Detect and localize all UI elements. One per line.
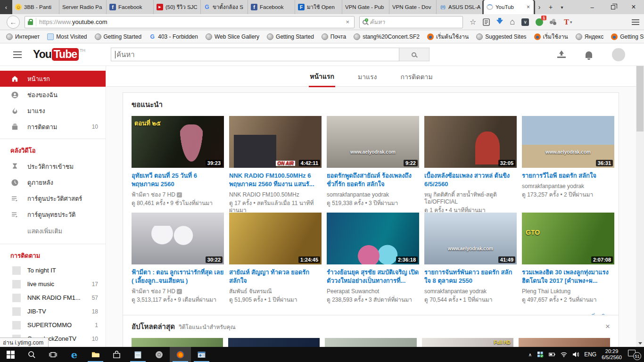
window-minimize-button[interactable]: – bbox=[582, 0, 603, 14]
video-thumbnail[interactable] bbox=[325, 338, 416, 347]
notepad-button[interactable] bbox=[127, 347, 149, 362]
video-thumbnail[interactable]: 1:24:45 bbox=[229, 213, 322, 264]
youtube-search-button[interactable] bbox=[399, 48, 429, 61]
tray-sync-icon[interactable] bbox=[537, 351, 544, 358]
video-title[interactable]: สายัณห์ สัญญา ท้าดวล ยอดรัก สลักใจ bbox=[229, 268, 322, 285]
video-title[interactable]: รวมเพลงฮิต 30 เพลงลูกทุ่งมาแรง ฮิตโดนใจ … bbox=[522, 268, 614, 285]
tab-close-icon[interactable]: × bbox=[526, 4, 531, 10]
bookmark-item[interactable]: Почта bbox=[318, 32, 349, 41]
tab-subscriptions[interactable]: การติดตาม bbox=[399, 66, 433, 86]
tab-home[interactable]: หน้าแรก bbox=[309, 66, 335, 87]
sidebar-item-my-channel[interactable]: ช่องของฉัน bbox=[0, 87, 106, 103]
video-thumbnail[interactable]: www.aelyodrak.com 36:31 bbox=[522, 116, 614, 168]
sidebar-show-more[interactable]: แสดงเพิ่มเติม bbox=[0, 222, 106, 240]
browser-tab[interactable]: f Facebook bbox=[248, 0, 295, 14]
system-app-button[interactable] bbox=[191, 347, 212, 362]
tray-volume-icon[interactable] bbox=[572, 351, 579, 358]
task-view-button[interactable] bbox=[42, 347, 64, 362]
subscription-channel[interactable]: SUPERTOMMO1 bbox=[0, 318, 106, 332]
scroll-down-arrow[interactable] bbox=[636, 339, 644, 347]
video-title[interactable]: NNK RADIO FM100.50MHz 6 พฤษภาคม 2560 ทีม… bbox=[229, 172, 322, 189]
video-title[interactable]: ยอดรักพูดถึงสายัณห์ ร้องเพลงถึง ชั่วกี่ร… bbox=[327, 172, 419, 189]
subscription-channel[interactable]: To night IT bbox=[0, 263, 106, 277]
bookmark-item[interactable]: Getting Started bbox=[608, 32, 644, 41]
video-card[interactable]: www.aelyodrak.com 36:31 รายการวีไอพี ยอด… bbox=[522, 116, 614, 213]
stop-button[interactable]: × bbox=[344, 18, 351, 25]
video-thumbnail[interactable]: ON AIR 4:42:11 bbox=[229, 116, 322, 168]
bookmark-item[interactable]: G403 - Forbidden bbox=[146, 32, 201, 41]
sidebar-item-subscriptions[interactable]: การติดตาม 10 bbox=[0, 119, 106, 135]
video-channel[interactable]: Peerapat Suwanchot bbox=[327, 288, 419, 295]
store-button[interactable] bbox=[106, 347, 127, 362]
tabs-dropdown-button[interactable]: ▾ bbox=[556, 0, 568, 14]
browser-tab[interactable]: f Facebook bbox=[107, 0, 154, 14]
sidebar-item-history[interactable]: ประวัติการเข้าชม bbox=[0, 158, 106, 174]
video-card[interactable]: www.aelyodrak.com 41:49 รายการจันทร์พันด… bbox=[424, 213, 517, 309]
bookmark-item[interactable]: Most Visited bbox=[44, 32, 90, 41]
video-title[interactable]: รายการจันทร์พันดาว ยอดรัก สลักใจ 8 ตุลาค… bbox=[424, 268, 517, 285]
video-title[interactable]: อุทัยเทวี ตอนที่ 25 วันที่ 6 พฤษภาคม 256… bbox=[132, 172, 224, 189]
bookmark-item[interactable]: Яндекс bbox=[572, 32, 607, 41]
notifications-bell-icon[interactable] bbox=[586, 51, 592, 58]
tab-trending[interactable]: มาแรง bbox=[357, 66, 378, 86]
bookmark-item[interactable]: Getting Started bbox=[264, 32, 317, 41]
video-card[interactable]: ON AIR 4:42:11 NNK RADIO FM100.50MHz 6 พ… bbox=[229, 116, 322, 213]
bookmark-item[interactable]: เริ่มต้นใช้งาน bbox=[424, 31, 472, 42]
video-thumbnail[interactable]: www.aelyodrak.com 9:22 bbox=[327, 116, 419, 168]
downloads-icon[interactable] bbox=[496, 20, 503, 24]
video-title[interactable]: ฟ้ามีตา : ตอน ลูกเราน่ารักที่สุด เลย ( เ… bbox=[132, 268, 224, 285]
video-thumbnail[interactable] bbox=[228, 338, 320, 347]
start-button[interactable] bbox=[0, 347, 21, 362]
browser-tab[interactable]: ▶ (50) รีวิว SJC bbox=[154, 0, 201, 14]
tab-scroll-right-button[interactable]: › bbox=[534, 0, 545, 14]
video-channel[interactable]: NNK RADIO FM100.50MHz bbox=[229, 191, 322, 198]
subscription-channel[interactable]: NNK RADIO FM1...57 bbox=[0, 291, 106, 304]
avatar[interactable] bbox=[612, 48, 625, 61]
taskbar-clock[interactable]: 20:29 6/5/2560 bbox=[602, 348, 622, 361]
subscription-channel[interactable]: JIB-TV18 bbox=[0, 304, 106, 318]
bookmark-star-icon[interactable]: ☆ bbox=[470, 17, 476, 26]
home-icon[interactable]: ⌂ bbox=[510, 17, 515, 27]
upload-icon[interactable] bbox=[557, 51, 566, 58]
back-button[interactable]: ← bbox=[7, 16, 20, 29]
video-card[interactable]: www.aelyodrak.com 9:22 ยอดรักพูดถึงสายัณ… bbox=[327, 116, 419, 213]
tab-scroll-left-button[interactable]: ‹ bbox=[0, 0, 12, 14]
subscription-channel[interactable]: live music17 bbox=[0, 277, 106, 291]
browser-search-field[interactable]: + ค้นหา bbox=[359, 16, 463, 28]
bookmark-item[interactable]: Web Slice Gallery bbox=[202, 32, 263, 41]
sidebar-item-playlist[interactable]: การ์ตูนประวัติศาสตร์ bbox=[0, 190, 106, 206]
menu-icon[interactable] bbox=[632, 19, 639, 25]
bookmark-item[interactable]: Интернет bbox=[3, 32, 43, 41]
https-lock-icon[interactable] bbox=[28, 19, 33, 25]
video-thumbnail[interactable]: GTO 2:07:08 bbox=[522, 213, 614, 264]
bookmark-item[interactable]: stang%20Concert.SF2 bbox=[350, 32, 423, 41]
close-icon[interactable]: × bbox=[605, 322, 610, 331]
browser-tab[interactable]: Server Radio Pa bbox=[59, 0, 107, 14]
window-close-button[interactable]: × bbox=[623, 0, 644, 14]
youtube-search-input[interactable]: ค้นหา bbox=[111, 48, 399, 61]
video-card[interactable]: GTO 2:07:08 รวมเพลงฮิต 30 เพลงลูกทุ่งมาแ… bbox=[522, 213, 614, 309]
video-card[interactable]: 32:05 เบื้องหลังซ้อมเพลง สาวหล่ ต้นขิง 6… bbox=[424, 116, 517, 213]
sidebar-item-playlist[interactable]: การ์ตูนพุทธประวัติ bbox=[0, 206, 106, 222]
video-thumbnail[interactable]: www.aelyodrak.com 41:49 bbox=[424, 213, 517, 264]
sidebar-item-trending[interactable]: มาแรง bbox=[0, 103, 106, 119]
video-thumbnail[interactable] bbox=[132, 338, 223, 347]
audio-manager-button[interactable] bbox=[149, 347, 170, 362]
tampermonkey-icon[interactable]: T▾ bbox=[564, 18, 572, 26]
browser-tab[interactable]: VPN Gate - Pub bbox=[342, 0, 389, 14]
video-channel[interactable]: หมู กิตติศักดิ์ สายน้ำทิพย์-สตูดิโอ/OFFI… bbox=[424, 191, 517, 206]
pocket-shield-icon[interactable]: ∨ bbox=[521, 18, 529, 26]
video-card[interactable]: 1:24:45 สายัณห์ สัญญา ท้าดวล ยอดรัก สลัก… bbox=[229, 213, 322, 309]
browser-tab[interactable]: VPN Gate - Dov bbox=[389, 0, 437, 14]
language-indicator[interactable]: ENG bbox=[584, 351, 596, 358]
action-center-button[interactable]: 51 bbox=[627, 349, 641, 360]
video-thumbnail[interactable]: 30:22 bbox=[132, 213, 224, 264]
video-thumbnail[interactable]: 32:05 bbox=[424, 116, 517, 168]
video-thumbnail[interactable]: ตอนที่ ๒๕ 39:23 bbox=[132, 116, 224, 168]
url-bar[interactable]: https://www.youtube.com × bbox=[25, 16, 355, 28]
file-explorer-button[interactable] bbox=[85, 347, 106, 362]
video-channel[interactable]: สัมพันธ์ จันทรมณี bbox=[229, 288, 322, 295]
new-tab-button[interactable]: + bbox=[545, 0, 556, 14]
bookmark-item[interactable]: Getting Started bbox=[91, 32, 145, 41]
browser-tab[interactable]: ((•)) ASUS DSL-A bbox=[437, 0, 484, 14]
